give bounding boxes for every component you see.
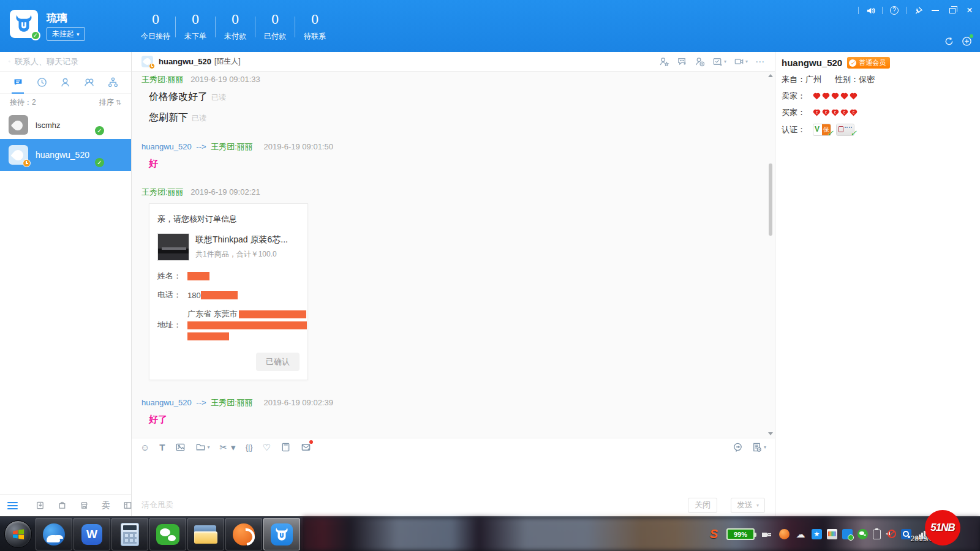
wechat-tray-icon[interactable] <box>858 529 868 539</box>
file-folder-icon[interactable]: ▾ <box>195 442 210 452</box>
pin-icon[interactable] <box>913 5 924 16</box>
heart-icon <box>814 110 820 116</box>
clock-icon <box>36 77 48 88</box>
create-task-icon[interactable]: ▾ <box>712 56 726 67</box>
taskbar-qianniu-active[interactable] <box>263 518 300 550</box>
bluetooth-star-icon[interactable]: ★ <box>812 529 822 539</box>
battery-indicator[interactable]: 99% <box>726 528 755 540</box>
stat-paid[interactable]: 0 已付款 <box>255 13 295 42</box>
scroll-up-arrow[interactable] <box>768 74 773 77</box>
taskbar: W S 99% ☁ ★ 17:5 2019 <box>0 516 980 551</box>
tab-organization[interactable] <box>104 72 123 94</box>
storefront-icon[interactable] <box>80 500 89 511</box>
chevron-down-icon[interactable]: ▾ <box>231 442 236 453</box>
sender-name[interactable]: huangwu_520 <box>141 398 192 407</box>
browser-tray-icon[interactable] <box>779 529 790 539</box>
product-summary: 共1件商品，合计￥100.0 <box>195 249 288 260</box>
redacted-name <box>187 272 209 280</box>
start-button[interactable] <box>4 520 32 548</box>
more-options-icon[interactable]: ⋯ <box>755 56 765 67</box>
close-chat-button[interactable]: 关闭 <box>688 498 717 513</box>
help-icon[interactable]: ? <box>889 5 900 16</box>
image-icon[interactable] <box>175 442 186 452</box>
favorite-heart-icon[interactable]: ♡ <box>263 442 271 453</box>
sound-icon[interactable] <box>865 5 876 16</box>
taskbar-wechat[interactable] <box>149 518 186 550</box>
taskbar-explorer[interactable] <box>187 518 224 550</box>
quick-reply-icon[interactable] <box>733 442 743 452</box>
minimize-button[interactable] <box>930 5 941 16</box>
tab-recent[interactable] <box>32 72 51 94</box>
message-list[interactable]: 王秀团:丽丽 2019-6-19 09:01:33 价格修改好了已读 您刷新下已… <box>132 72 775 438</box>
redacted-address <box>187 321 307 329</box>
sell-icon[interactable]: 卖 <box>102 500 110 511</box>
sender-name[interactable]: huangwu_520 <box>141 142 192 151</box>
qianniu-bull-icon <box>271 523 293 545</box>
taskbar-uc-browser[interactable] <box>225 518 262 550</box>
sender-name[interactable]: 王秀团:丽丽 <box>141 187 184 197</box>
check-icon: ✓ <box>850 129 857 138</box>
stat-today-reception[interactable]: 0 今日接待 <box>136 13 175 42</box>
tab-contacts[interactable] <box>56 72 75 94</box>
file-explorer-icon <box>194 525 217 544</box>
search-input[interactable] <box>15 57 123 66</box>
taskbar-qq-browser[interactable] <box>36 518 72 550</box>
cloud-sync-icon[interactable]: ☁ <box>794 529 807 539</box>
screenshot-scissors-icon[interactable]: ✂ <box>220 442 228 453</box>
menu-icon[interactable] <box>7 502 18 509</box>
video-call-icon[interactable]: ▾ <box>734 56 748 67</box>
invite-mail-icon[interactable] <box>301 442 311 452</box>
add-plus-icon[interactable] <box>960 35 973 47</box>
taskbar-calculator[interactable] <box>111 518 148 550</box>
order-product[interactable]: 联想Thinkpad 原装6芯... 共1件商品，合计￥100.0 <box>157 233 300 261</box>
sidebar-tabs <box>0 72 131 94</box>
security-key-icon[interactable] <box>901 529 911 539</box>
tab-conversations[interactable] <box>9 72 27 94</box>
taskbar-wps[interactable]: W <box>74 518 110 550</box>
layout-panel-icon[interactable] <box>123 500 132 511</box>
sender-name[interactable]: 王秀团:丽丽 <box>141 75 184 84</box>
scroll-down-arrow[interactable] <box>768 432 773 435</box>
clipboard-tray-icon[interactable] <box>873 530 881 539</box>
message-group: huangwu_520 --> 王秀团:丽丽 2019-6-19 09:01:5… <box>141 141 775 170</box>
transfer-chat-icon[interactable] <box>677 56 687 67</box>
message-input[interactable] <box>132 456 775 494</box>
send-button[interactable]: 发送▾ <box>731 498 765 513</box>
shake-window-icon[interactable]: {|} <box>246 443 253 452</box>
app-header: ✓ 琉璃 未挂起▾ 0 今日接待 0 未下单 0 未付款 0 已付款 <box>0 0 980 52</box>
tab-groups[interactable] <box>80 72 99 94</box>
chat-log-icon[interactable]: ▾ <box>752 442 766 452</box>
sort-control[interactable]: 排序⇅ <box>99 97 121 108</box>
emoji-icon[interactable]: ☺ <box>140 442 149 452</box>
scrollbar[interactable] <box>767 72 774 438</box>
close-button[interactable]: × <box>964 5 975 16</box>
volume-muted-icon[interactable] <box>886 529 896 539</box>
clipboard-export-icon[interactable] <box>36 500 45 511</box>
add-person-icon[interactable] <box>695 56 705 67</box>
screen-share-icon[interactable] <box>842 529 853 539</box>
divider <box>906 7 907 14</box>
recipient-name[interactable]: 王秀团:丽丽 <box>211 142 253 151</box>
wechat-icon <box>156 524 179 545</box>
scrollbar-thumb[interactable] <box>769 163 772 236</box>
photo-folder-icon[interactable] <box>827 529 837 539</box>
status-dropdown-button[interactable]: 未挂起▾ <box>47 27 85 41</box>
message-text: 价格修改好了已读 <box>149 91 775 103</box>
calculator-icon[interactable] <box>281 442 291 452</box>
shopping-bag-icon[interactable] <box>58 500 67 511</box>
stat-unpaid[interactable]: 0 未付款 <box>216 13 255 42</box>
refresh-icon[interactable] <box>943 35 955 47</box>
stat-to-contact[interactable]: 0 待联系 <box>295 13 334 42</box>
favorite-contact-icon[interactable] <box>659 56 669 67</box>
contact-item-lscmhz[interactable]: lscmhz ✓ <box>0 111 131 139</box>
recipient-name[interactable]: 王秀团:丽丽 <box>211 398 253 407</box>
order-confirmed-button[interactable]: 已确认 <box>256 353 300 371</box>
contact-item-huangwu520[interactable]: huangwu_520 ✓ <box>0 139 131 171</box>
chevron-down-icon: ▾ <box>745 59 748 64</box>
maximize-button[interactable] <box>947 5 958 16</box>
message-text: 好 <box>149 158 775 170</box>
stat-no-order[interactable]: 0 未下单 <box>176 13 215 42</box>
power-plug-icon[interactable] <box>762 531 772 538</box>
font-format-icon[interactable]: T <box>159 442 165 452</box>
sogou-input-icon[interactable]: S <box>710 527 718 541</box>
